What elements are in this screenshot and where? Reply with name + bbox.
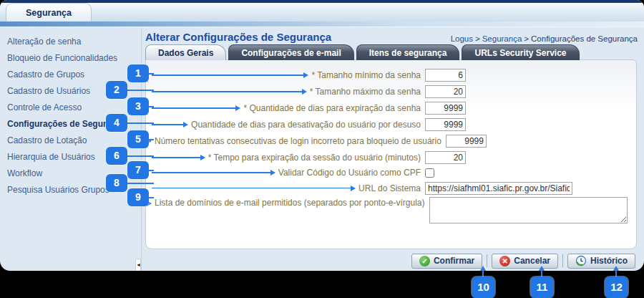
callout-arrow — [152, 67, 308, 83]
callout-up-arrow-line — [615, 271, 617, 277]
callout-arrow — [152, 167, 275, 178]
dias-expiracao-senha-input[interactable] — [425, 102, 466, 115]
callout-badge-4: 4 — [106, 114, 127, 132]
historico-button[interactable]: Histórico — [567, 254, 635, 269]
callout-badge-6: 6 — [106, 147, 127, 165]
tab-dados-gerais[interactable]: Dados Gerais — [145, 44, 226, 60]
check-circle-icon: ✓ — [419, 256, 430, 266]
content-tabs: Dados Gerais Configurações de e-mail Ite… — [145, 44, 639, 60]
callout-badge-12: 12 — [605, 277, 628, 298]
form-row: Validar Código do Usuário como CPF — [152, 167, 629, 178]
field-label: * Tamanho mínimo da senha — [311, 70, 421, 80]
tabstrip-bottom-band — [0, 21, 644, 27]
sidebar-collapse-handle[interactable]: ◄ — [135, 259, 141, 271]
action-buttons: ✓ Confirmar ✕ Cancelar Histórico — [411, 252, 635, 269]
callout-arrow — [152, 117, 188, 133]
field-label: * Tamanho máximo da senha — [310, 87, 421, 97]
module-tab-seguranca[interactable]: Segurança — [6, 3, 92, 21]
validar-cpf-checkbox[interactable] — [425, 168, 434, 178]
historico-button-label: Histórico — [590, 256, 628, 266]
field-label: Quantidade de dias para desativação do u… — [191, 120, 421, 130]
callout-arrow — [152, 150, 205, 165]
form-row: * Tamanho máximo da senha — [152, 84, 629, 100]
screen: Segurança Alteração de senha Bloqueio de… — [0, 0, 644, 298]
x-circle-icon: ✕ — [499, 256, 510, 266]
callout-badge-1: 1 — [127, 64, 149, 82]
tab-urls-security-service[interactable]: URLs Security Service — [462, 44, 579, 60]
callout-arrow — [152, 100, 240, 116]
sidebar-item-alteracao-de-senha[interactable]: Alteração de senha — [0, 34, 141, 50]
button-separator — [562, 254, 563, 267]
tentativas-login-incorreto-input[interactable] — [446, 135, 487, 148]
confirmar-button[interactable]: ✓ Confirmar — [411, 254, 482, 269]
breadcrumb: Logus>Segurança>Configurações de Seguran… — [451, 34, 638, 43]
callout-badge-5: 5 — [127, 130, 149, 148]
callout-badge-3: 3 — [127, 97, 149, 115]
form-row: Número tentativas consecutivas de login … — [152, 133, 629, 149]
callout-up-arrow — [480, 266, 486, 271]
form-row: * Tamanho mínimo da senha — [152, 67, 629, 83]
breadcrumb-link-seguranca[interactable]: Segurança — [482, 34, 522, 43]
button-separator — [487, 254, 487, 267]
callout-arrow — [152, 181, 356, 196]
form-row: Lista de domínios de e-mail permitidos (… — [152, 197, 629, 226]
form-row: * Tempo para expiração da sessão do usuá… — [152, 150, 629, 165]
tab-itens-de-seguranca[interactable]: Itens de segurança — [356, 44, 460, 60]
main-content: Alterar Configurações de Segurança Logus… — [145, 28, 639, 271]
dias-desativacao-usuario-input[interactable] — [425, 118, 466, 131]
field-label: Lista de domínios de e-mail permitidos (… — [155, 198, 425, 208]
breadcrumb-separator: > — [524, 34, 529, 43]
app-window: Segurança Alteração de senha Bloqueio de… — [0, 0, 644, 271]
tamanho-minimo-senha-input[interactable] — [425, 69, 466, 82]
field-label: * Quantidade de dias para expiração da s… — [243, 103, 421, 113]
callout-badge-9: 9 — [127, 188, 149, 206]
breadcrumb-separator: > — [475, 34, 480, 43]
field-label: Número tentativas consecutivas de login … — [155, 136, 441, 146]
breadcrumb-current: Configurações de Segurança — [531, 34, 638, 43]
field-label: Validar Código do Usuário como CPF — [278, 168, 421, 178]
callout-up-arrow — [539, 266, 545, 271]
tempo-expiracao-sessao-input[interactable] — [425, 151, 466, 164]
url-do-sistema-input[interactable] — [425, 182, 572, 195]
form-row: Quantidade de dias para desativação do u… — [152, 117, 629, 133]
main-header: Alterar Configurações de Segurança Logus… — [145, 28, 639, 43]
dominios-email-textarea[interactable] — [429, 197, 628, 224]
callout-up-arrow — [613, 266, 619, 271]
callout-badge-10: 10 — [472, 277, 495, 298]
form-row: URL do Sistema — [152, 181, 629, 196]
form-row: * Quantidade de dias para expiração da s… — [152, 100, 629, 116]
callout-up-arrow-line — [541, 271, 542, 277]
tab-configuracoes-de-email[interactable]: Configurações de e-mail — [228, 44, 353, 60]
sidebar-item-bloqueio-de-funcionalidades[interactable]: Bloqueio de Funcionalidades — [0, 50, 141, 67]
callout-badge-8: 8 — [106, 174, 127, 192]
breadcrumb-link-logus[interactable]: Logus — [451, 34, 473, 43]
callout-badge-11: 11 — [530, 277, 554, 298]
callout-arrow — [152, 84, 307, 100]
form-panel: * Tamanho mínimo da senha * Tamanho máxi… — [145, 59, 637, 249]
tamanho-maximo-senha-input[interactable] — [425, 85, 466, 98]
field-label: URL do Sistema — [358, 183, 421, 193]
module-tabstrip: Segurança — [0, 3, 644, 21]
callout-badge-7: 7 — [127, 161, 149, 179]
callout-up-arrow-line — [482, 271, 484, 277]
callout-badge-2: 2 — [106, 81, 127, 99]
cancelar-button-label: Cancelar — [514, 256, 550, 266]
field-label: * Tempo para expiração da sessão do usuá… — [208, 153, 421, 163]
page-title: Alterar Configurações de Segurança — [145, 31, 331, 43]
history-clock-icon — [575, 255, 587, 266]
cancelar-button[interactable]: ✕ Cancelar — [492, 254, 558, 269]
confirmar-button-label: Confirmar — [434, 256, 474, 266]
